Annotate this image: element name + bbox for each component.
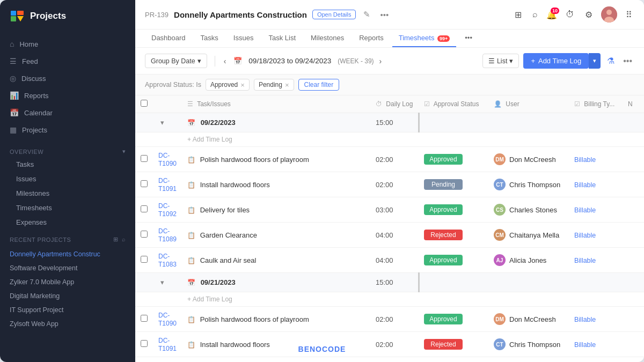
prev-week-button[interactable]: ‹ xyxy=(223,56,228,67)
row-billing-1-2[interactable]: Billable xyxy=(569,357,623,363)
checkbox-1-0[interactable] xyxy=(141,315,148,322)
open-details-button[interactable]: Open Details xyxy=(312,10,356,19)
recent-project-zylker[interactable]: Zylker 7.0 Mobile App xyxy=(0,275,135,289)
sidebar-item-milestones[interactable]: Milestones xyxy=(0,186,135,201)
row-checkbox-1-0[interactable] xyxy=(135,307,153,332)
add-icon-button[interactable]: ⊞ xyxy=(513,9,524,21)
row-billing-0-4[interactable]: Billable xyxy=(569,248,623,273)
filter-button[interactable]: ⚗ xyxy=(605,54,617,68)
recent-project-itsupport[interactable]: IT Support Project xyxy=(0,303,135,317)
sidebar-item-calendar[interactable]: 📅 Calendar xyxy=(0,104,135,121)
sidebar-item-discuss[interactable]: ◎ Discuss xyxy=(0,70,135,87)
row-billing-1-1[interactable]: Billable xyxy=(569,332,623,357)
sidebar-item-expenses[interactable]: Expenses xyxy=(0,215,135,230)
row-user-1-0: DM Don McCreesh xyxy=(488,307,569,332)
tab-tasks[interactable]: Tasks xyxy=(194,29,225,47)
billing-link-1-0[interactable]: Billable xyxy=(574,316,596,323)
edit-icon-button[interactable]: ✎ xyxy=(361,9,372,20)
date-row-expand-0[interactable]: ▾ xyxy=(153,113,182,132)
chevron-down-icon: ▾ xyxy=(197,57,201,65)
tab-timesheets[interactable]: Timesheets 99+ xyxy=(392,29,457,47)
row-checkbox-0-0[interactable] xyxy=(135,147,153,172)
task-id-label-0-1: DC-T1091 xyxy=(158,177,177,193)
checkbox-0-1[interactable] xyxy=(141,180,148,187)
row-id-1-1: DC-T1091 xyxy=(153,332,182,357)
billing-link-0-4[interactable]: Billable xyxy=(574,257,596,264)
add-time-log-cell-1[interactable]: + Add Time Log xyxy=(182,292,644,307)
row-billing-0-0[interactable]: Billable xyxy=(569,147,623,172)
tab-more[interactable]: ••• xyxy=(458,29,479,47)
list-view-button[interactable]: ☰ List ▾ xyxy=(482,54,519,68)
row-checkbox-1-1[interactable] xyxy=(135,332,153,357)
more-options-button[interactable]: ••• xyxy=(621,54,634,68)
row-billing-1-0[interactable]: Billable xyxy=(569,307,623,332)
tab-dashboard[interactable]: Dashboard xyxy=(145,29,192,47)
billing-link-0-1[interactable]: Billable xyxy=(574,181,596,189)
tab-task-list[interactable]: Task List xyxy=(262,29,302,47)
row-checkbox-1-2[interactable] xyxy=(135,357,153,363)
calendar-picker-button[interactable]: 📅 xyxy=(231,56,244,66)
checkbox-0-0[interactable] xyxy=(141,155,148,162)
settings-icon-button[interactable]: ⚙ xyxy=(583,9,595,21)
clear-filter-button[interactable]: Clear filter xyxy=(298,79,340,91)
row-billing-0-1[interactable]: Billable xyxy=(569,172,623,197)
checkbox-0-2[interactable] xyxy=(141,205,148,212)
add-time-log-button[interactable]: + Add Time Log xyxy=(523,53,589,69)
row-user-0-0: DM Don McCreesh xyxy=(488,147,569,172)
recent-project-software[interactable]: Software Development xyxy=(0,261,135,275)
recent-project-donnelly[interactable]: Donnelly Apartments Construc xyxy=(0,247,135,261)
task-type-icon-0-2: 📋 xyxy=(187,206,195,214)
collapse-button-1[interactable]: ▾ xyxy=(158,277,166,287)
grid-apps-icon-button[interactable]: ⠿ xyxy=(624,9,634,21)
task-type-icon-1-0: 📋 xyxy=(187,316,195,323)
date-group-notes-empty-0 xyxy=(623,113,644,132)
next-week-button[interactable]: › xyxy=(378,56,383,67)
timer-icon-button[interactable]: ⏱ xyxy=(564,9,576,20)
task-id-label-0-2: DC-T1092 xyxy=(158,202,177,218)
recent-project-marketing[interactable]: Digital Marketing xyxy=(0,289,135,303)
checkbox-1-1[interactable] xyxy=(141,340,148,347)
collapse-button-0[interactable]: ▾ xyxy=(158,117,166,128)
filter-pending-remove[interactable]: × xyxy=(285,82,289,88)
row-checkbox-0-3[interactable] xyxy=(135,223,153,248)
tab-issues[interactable]: Issues xyxy=(227,29,260,47)
overview-toggle[interactable]: ▾ xyxy=(122,148,126,155)
row-checkbox-0-2[interactable] xyxy=(135,197,153,223)
recent-grid-icon[interactable]: ⊞ xyxy=(113,236,119,243)
row-billing-0-2[interactable]: Billable xyxy=(569,197,623,223)
sidebar-item-timesheets[interactable]: Timesheets xyxy=(0,201,135,215)
row-notes-1-2 xyxy=(623,357,644,363)
checkbox-0-3[interactable] xyxy=(141,231,148,238)
tab-milestones[interactable]: Milestones xyxy=(304,29,350,47)
recent-project-zylsoft[interactable]: Zylsoft Web App xyxy=(0,317,135,331)
tab-reports[interactable]: Reports xyxy=(353,29,390,47)
recent-search-icon[interactable]: ⌕ xyxy=(122,236,126,243)
row-checkbox-0-1[interactable] xyxy=(135,172,153,197)
group-by-button[interactable]: Group By Date ▾ xyxy=(145,54,207,68)
add-time-log-dropdown-button[interactable]: ▾ xyxy=(589,53,601,69)
more-options-top-button[interactable]: ••• xyxy=(378,9,391,20)
sidebar-reports-label: Reports xyxy=(24,92,49,100)
row-checkbox-0-4[interactable] xyxy=(135,248,153,273)
add-time-log-cell-0[interactable]: + Add Time Log xyxy=(182,132,644,147)
select-all-checkbox[interactable] xyxy=(141,100,148,107)
sidebar-item-feed[interactable]: ☰ Feed xyxy=(0,53,135,70)
sidebar-item-home[interactable]: ⌂ Home xyxy=(0,35,135,53)
billing-link-0-2[interactable]: Billable xyxy=(574,206,596,214)
billing-link-1-1[interactable]: Billable xyxy=(574,341,596,349)
row-billing-0-3[interactable]: Billable xyxy=(569,223,623,248)
filter-approved-remove[interactable]: × xyxy=(240,82,245,88)
user-avatar[interactable] xyxy=(601,6,617,23)
table-row-0-3: DC-T1089 📋 Garden Clearance 04:00 Reject… xyxy=(135,223,644,248)
billing-link-0-3[interactable]: Billable xyxy=(574,232,596,239)
sidebar-item-reports[interactable]: 📊 Reports xyxy=(0,87,135,104)
date-row-expand-1[interactable]: ▾ xyxy=(153,273,182,292)
sidebar-item-issues[interactable]: Issues xyxy=(0,172,135,186)
search-icon-button[interactable]: ⌕ xyxy=(530,9,540,20)
billing-link-0-0[interactable]: Billable xyxy=(574,156,596,164)
col-select-all[interactable] xyxy=(135,95,153,113)
sidebar-item-tasks[interactable]: Tasks xyxy=(0,157,135,172)
sidebar-item-projects[interactable]: ▦ Projects xyxy=(0,121,135,138)
notification-icon[interactable]: 🔔 10 xyxy=(546,10,557,20)
checkbox-0-4[interactable] xyxy=(141,256,148,263)
